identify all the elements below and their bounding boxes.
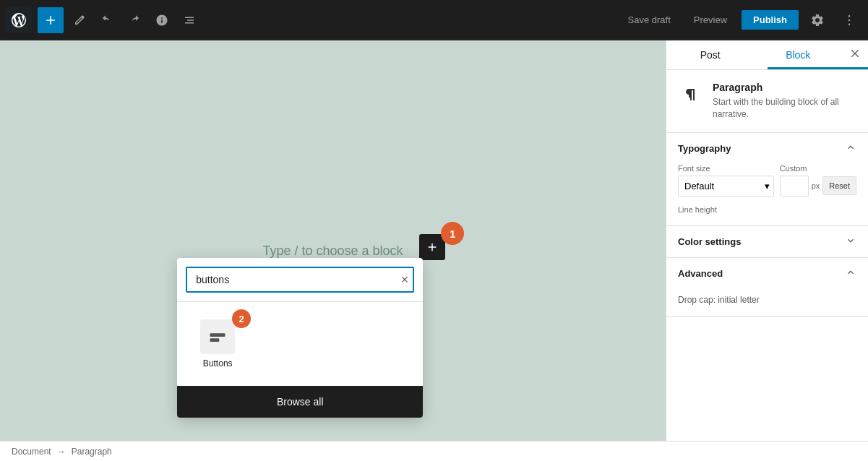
- custom-label: Custom: [780, 164, 856, 173]
- block-results: Buttons 2: [177, 302, 423, 386]
- step-badge-2: 2: [232, 309, 251, 328]
- redo-icon: [128, 14, 141, 27]
- font-size-label: Font size: [678, 164, 774, 173]
- font-size-custom-input[interactable]: [780, 176, 809, 197]
- undo-icon: [100, 14, 113, 27]
- toolbar: Save draft Preview Publish: [0, 0, 868, 40]
- svg-rect-3: [210, 333, 225, 337]
- typography-section: Typography Font size Default ▾: [666, 133, 868, 226]
- drop-cap-label: Drop cap: initial letter: [666, 289, 868, 316]
- advanced-section: Advanced Drop cap: initial letter: [666, 258, 868, 317]
- right-sidebar: Post Block Paragraph Start with the buil…: [666, 40, 868, 461]
- chevron-up-2-icon: [845, 267, 856, 280]
- add-block-button[interactable]: [38, 7, 64, 33]
- block-title: Paragraph: [713, 82, 856, 93]
- details-button[interactable]: [149, 7, 175, 33]
- status-arrow: →: [57, 447, 66, 457]
- font-size-col: Font size Default ▾: [678, 164, 774, 197]
- block-info-text: Paragraph Start with the building block …: [713, 82, 856, 121]
- color-title: Color settings: [678, 236, 741, 247]
- buttons-block-label: Buttons: [203, 358, 233, 369]
- block-info: Paragraph Start with the building block …: [666, 70, 868, 133]
- sidebar-close-button[interactable]: [842, 40, 868, 66]
- font-size-select-wrapper: Default ▾: [678, 176, 774, 197]
- font-size-custom-col: Custom px Reset: [780, 164, 856, 197]
- save-draft-button[interactable]: Save draft: [619, 10, 679, 30]
- buttons-block-result[interactable]: Buttons 2: [189, 314, 246, 374]
- font-size-custom-wrap: px Reset: [780, 176, 856, 197]
- browse-all-button[interactable]: Browse all: [177, 386, 423, 418]
- buttons-icon: [207, 327, 228, 347]
- list-view-icon: [183, 14, 196, 27]
- advanced-title: Advanced: [678, 268, 723, 279]
- more-icon: [842, 13, 856, 27]
- settings-button[interactable]: [804, 7, 830, 33]
- pen-icon: [73, 14, 86, 27]
- more-options-button[interactable]: [836, 7, 862, 33]
- typography-title: Typography: [678, 143, 731, 154]
- paragraph-icon: [682, 86, 700, 103]
- preview-button[interactable]: Preview: [685, 10, 736, 30]
- list-view-button[interactable]: [176, 7, 202, 33]
- chevron-down-icon: [845, 235, 856, 246]
- svg-point-2: [848, 23, 851, 25]
- chevron-icon: [845, 142, 856, 153]
- redo-button[interactable]: [121, 7, 147, 33]
- svg-rect-4: [210, 338, 220, 342]
- sidebar-tabs: Post Block: [666, 40, 868, 70]
- advanced-section-header[interactable]: Advanced: [666, 258, 868, 289]
- undo-button[interactable]: [94, 7, 120, 33]
- paragraph-block-icon: [678, 82, 704, 108]
- editor-area[interactable]: Type / to choose a block 1 ×: [0, 40, 666, 461]
- editor-content: Type / to choose a block: [262, 244, 403, 259]
- step-badge-1: 1: [441, 222, 464, 245]
- block-search-clear-button[interactable]: ×: [401, 272, 409, 288]
- block-search-popup: × Buttons 2 Browse all: [177, 258, 423, 418]
- chevron-down-2-icon: [845, 235, 856, 249]
- line-height-label: Line height: [678, 205, 856, 214]
- gear-icon: [810, 13, 825, 27]
- font-size-row: Font size Default ▾ Custom px Reset: [666, 164, 868, 205]
- font-size-reset-button[interactable]: Reset: [822, 176, 856, 195]
- pen-tool-button[interactable]: [66, 7, 93, 33]
- chevron-up-icon: [845, 142, 856, 155]
- chevron-up-icon: [845, 267, 856, 278]
- line-height-row: Line height: [666, 205, 868, 225]
- placeholder-text: Type / to choose a block: [262, 244, 403, 258]
- buttons-block-icon: [200, 319, 235, 354]
- wordpress-icon: [12, 13, 26, 27]
- toolbar-right: Save draft Preview Publish: [619, 7, 862, 33]
- tab-post[interactable]: Post: [666, 40, 755, 69]
- typography-section-header[interactable]: Typography: [666, 133, 868, 164]
- svg-point-0: [848, 14, 851, 17]
- plus-inline-icon: [426, 241, 439, 254]
- main-layout: Type / to choose a block 1 ×: [0, 40, 868, 461]
- color-section: Color settings: [666, 226, 868, 258]
- wp-logo: [6, 7, 32, 33]
- info-icon: [155, 14, 168, 27]
- publish-button[interactable]: Publish: [742, 10, 799, 30]
- paragraph-label: Paragraph: [72, 447, 112, 457]
- status-bar: Document → Paragraph: [0, 441, 868, 461]
- px-unit: px: [812, 181, 820, 190]
- color-section-header[interactable]: Color settings: [666, 226, 868, 257]
- document-label: Document: [12, 447, 51, 457]
- close-icon: [848, 47, 861, 60]
- block-search-input-wrapper: ×: [177, 258, 423, 302]
- tab-block[interactable]: Block: [755, 40, 843, 69]
- block-search-input[interactable]: [186, 267, 414, 293]
- tab-indicator: [768, 67, 869, 69]
- plus-icon: [43, 13, 58, 27]
- svg-point-1: [848, 19, 851, 21]
- font-size-select[interactable]: Default: [678, 176, 774, 197]
- block-description: Start with the building block of all nar…: [713, 96, 856, 121]
